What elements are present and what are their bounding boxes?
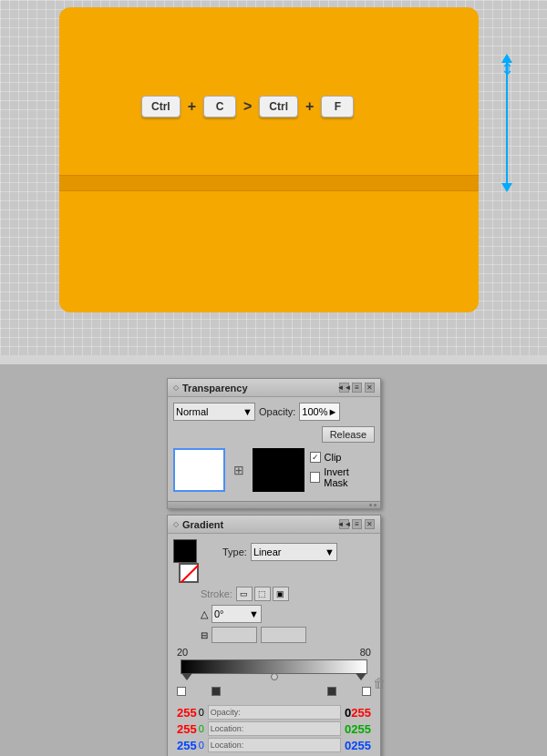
angle-value: 0° xyxy=(214,608,224,619)
transparency-collapse-icon[interactable]: ◇ xyxy=(173,383,179,392)
r-right-zero: 0 xyxy=(345,706,351,720)
type-select[interactable]: Linear ▼ xyxy=(251,543,337,561)
opacity-value: 100% xyxy=(302,406,327,417)
key-f: F xyxy=(321,96,354,117)
delete-stop-btn[interactable]: 🗑 xyxy=(373,676,386,690)
aspect-input[interactable] xyxy=(212,627,257,643)
stroke-swatch[interactable] xyxy=(179,563,199,583)
orange-band xyxy=(59,175,479,191)
aspect-input2[interactable] xyxy=(261,627,306,643)
plus-operator-1: + xyxy=(188,98,196,115)
gradient-collapse-icon[interactable]: ◇ xyxy=(173,520,179,528)
mask-white-thumbnail[interactable] xyxy=(173,448,225,492)
stop-mid-left[interactable] xyxy=(212,687,221,696)
stroke-red-cross-icon xyxy=(181,565,199,583)
opacity-field[interactable]: Opacity: xyxy=(208,705,341,720)
location-field-label: Location: xyxy=(211,724,244,733)
stop-mid-right[interactable] xyxy=(327,687,336,696)
transparency-panel-controls: ◄◄ ≡ ✕ xyxy=(339,383,375,393)
invert-mask-label: Invert Mask xyxy=(324,466,375,488)
invert-mask-checkbox-row: Invert Mask xyxy=(310,466,375,488)
mask-link-icon[interactable]: ⊞ xyxy=(231,462,247,478)
clip-checkbox-row: ✓ Clip xyxy=(310,452,375,463)
type-arrow: ▼ xyxy=(325,547,335,557)
opacity-label: Opacity: xyxy=(259,406,295,417)
gradient-panel-controls: ◄◄ ≡ ✕ xyxy=(339,519,375,529)
blend-mode-arrow: ▼ xyxy=(243,406,253,417)
gradient-slider: 20 80 🗑 xyxy=(173,647,375,696)
g-left-value: 255 xyxy=(177,722,197,736)
stroke-label: Stroke: xyxy=(201,588,232,599)
resize-dot-1 xyxy=(369,504,372,506)
aspect-icon: ⊟ xyxy=(201,630,208,640)
stroke-btn-1[interactable]: ▭ xyxy=(236,587,253,601)
r-left-zero: 0 xyxy=(199,707,204,718)
location-field2[interactable]: Location: xyxy=(208,738,341,752)
key-ctrl-1: Ctrl xyxy=(141,96,181,117)
gradient-val-20: 20 xyxy=(177,647,188,658)
g-left-zero: 0 xyxy=(199,723,204,734)
transparency-body: Normal ▼ Opacity: 100% ► Release ⊞ xyxy=(168,397,380,501)
orange-shape xyxy=(59,7,479,312)
transparency-close-btn[interactable]: ✕ xyxy=(365,383,375,393)
transparency-double-left-btn[interactable]: ◄◄ xyxy=(339,383,349,393)
gradient-panel: ◇ Gradient ◄◄ ≡ ✕ xyxy=(167,515,381,756)
r-right-value: 255 xyxy=(351,706,371,720)
b-right-zero: 0 xyxy=(345,739,351,752)
transparency-panel: ◇ Transparency ◄◄ ≡ ✕ Normal ▼ Opacity: … xyxy=(167,378,381,509)
gradient-menu-btn[interactable]: ≡ xyxy=(352,519,362,529)
blue-row: 255 0 Location: 0 255 xyxy=(177,738,371,752)
invert-mask-checkbox[interactable] xyxy=(310,472,321,483)
blend-mode-value: Normal xyxy=(176,406,208,417)
blend-mode-select[interactable]: Normal ▼ xyxy=(173,403,255,421)
opacity-input[interactable]: 100% ► xyxy=(299,403,340,421)
g-right-value: 255 xyxy=(351,722,371,736)
key-ctrl-2: Ctrl xyxy=(259,96,298,117)
transparency-masks: ⊞ ✓ Clip Invert Mask xyxy=(173,448,375,492)
gradient-close-btn[interactable]: ✕ xyxy=(365,519,375,529)
resize-dot-2 xyxy=(374,504,377,506)
panels-area: ◇ Transparency ◄◄ ≡ ✕ Normal ▼ Opacity: … xyxy=(0,364,547,756)
stop-left[interactable] xyxy=(177,687,186,696)
red-row: 255 0 Opacity: 0 255 xyxy=(177,705,371,720)
transparency-panel-header: ◇ Transparency ◄◄ ≡ ✕ xyxy=(168,379,380,397)
b-left-value: 255 xyxy=(177,739,197,752)
ruler-icon: ⇕ xyxy=(501,59,514,79)
gradient-header-left: ◇ Gradient xyxy=(173,519,223,530)
angle-input[interactable]: 0° ▼ xyxy=(212,605,262,623)
transparency-menu-btn[interactable]: ≡ xyxy=(352,383,362,393)
arrow-operator: > xyxy=(243,98,252,115)
b-right-value: 255 xyxy=(351,739,371,752)
angle-arrow: ▼ xyxy=(249,608,259,619)
gradient-body: Type: Linear ▼ Stroke: ▭ ⬚ ▣ △ xyxy=(168,534,380,756)
plus-operator-2: + xyxy=(305,98,314,115)
stop-right[interactable] xyxy=(362,687,371,696)
key-c: C xyxy=(203,96,236,117)
clip-checkbox[interactable]: ✓ xyxy=(310,452,321,463)
opacity-arrow: ► xyxy=(328,406,338,417)
svg-line-0 xyxy=(181,565,199,583)
fill-swatch[interactable] xyxy=(173,539,197,563)
gradient-track[interactable] xyxy=(181,659,367,674)
transparency-panel-title: Transparency xyxy=(182,383,248,393)
transparency-header-left: ◇ Transparency xyxy=(173,383,248,393)
gradient-panel-header: ◇ Gradient ◄◄ ≡ ✕ xyxy=(168,516,380,534)
stroke-btn-2[interactable]: ⬚ xyxy=(254,587,271,601)
gradient-numbers: 20 80 xyxy=(173,647,375,658)
release-button[interactable]: Release xyxy=(322,426,375,443)
type-label: Type: xyxy=(222,547,247,557)
canvas-area: Ctrl + C > Ctrl + F ⇕ xyxy=(0,0,547,355)
mask-black-thumbnail[interactable] xyxy=(253,448,304,492)
location-field[interactable]: Location: xyxy=(208,721,341,736)
g-right-zero: 0 xyxy=(345,722,351,736)
transparency-resize-bar xyxy=(168,501,380,508)
type-value: Linear xyxy=(253,547,282,557)
green-row: 255 0 Location: 0 255 xyxy=(177,721,371,736)
shortcut-display: Ctrl + C > Ctrl + F xyxy=(141,96,354,117)
gradient-double-left-btn[interactable]: ◄◄ xyxy=(339,519,349,529)
opacity-field-label: Opacity: xyxy=(211,708,241,717)
stroke-btn-3[interactable]: ▣ xyxy=(273,587,289,601)
clip-label: Clip xyxy=(325,452,342,463)
color-rows: 255 0 Opacity: 0 255 255 0 Location: 0 xyxy=(173,705,375,752)
b-left-zero: 0 xyxy=(199,740,204,751)
